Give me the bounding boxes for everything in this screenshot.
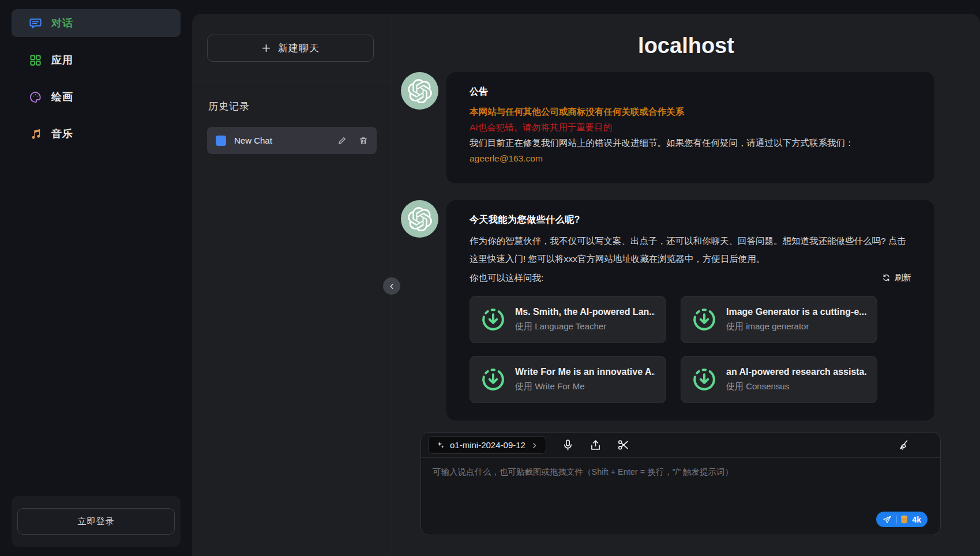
page-title: localhost — [392, 33, 980, 58]
sidebar-item-draw[interactable]: 绘画 — [12, 83, 181, 111]
music-note-icon — [29, 127, 42, 141]
message-greeting: 今天我能为您做些什么呢? 作为你的智慧伙伴，我不仅可以写文案、出点子，还可以和你… — [401, 200, 934, 420]
collapse-sidebar-button[interactable] — [383, 277, 400, 295]
paper-plane-icon — [883, 515, 892, 524]
suggestion-card[interactable]: Ms. Smith, the AI-powered Lan... 使用 Lang… — [470, 296, 666, 343]
suggestion-title: Ms. Smith, the AI-powered Lan... — [515, 307, 655, 317]
login-button[interactable]: 立即登录 — [17, 508, 175, 535]
send-divider — [896, 516, 897, 524]
suggestion-title: an AI-powered research assista... — [726, 367, 866, 377]
assistant-avatar — [401, 200, 438, 238]
history-title: 历史记录 — [208, 100, 376, 113]
delete-icon[interactable] — [359, 136, 368, 145]
suggestion-title: Image Generator is a cutting-e... — [726, 307, 866, 317]
sidebar-item-label: 绘画 — [51, 90, 73, 104]
broom-clear-icon[interactable] — [897, 439, 909, 451]
suggestion-subtitle: 使用 image generator — [726, 321, 866, 332]
chat-bubble-icon — [29, 17, 42, 30]
greeting-heading: 今天我能为您做些什么呢? — [470, 214, 911, 226]
message-announcement: 公告 本网站与任何其他公司或商标没有任何关联或合作关系 AI也会犯错。请勿将其用… — [401, 72, 934, 183]
suggestion-card[interactable]: Image Generator is a cutting-e... 使用 ima… — [681, 296, 877, 343]
microphone-icon[interactable] — [562, 439, 574, 451]
composer: o1-mini-2024-09-12 — [420, 432, 941, 535]
sidebar-item-music[interactable]: 音乐 — [12, 120, 181, 148]
sparkles-icon — [436, 441, 445, 449]
composer-toolbar: o1-mini-2024-09-12 — [421, 433, 940, 458]
ask-hint: 你也可以这样问我: — [470, 269, 543, 287]
content-panel: 新建聊天 历史记录 New Chat — [192, 14, 980, 556]
sidebar-item-label: 对话 — [51, 16, 73, 30]
history-item-new-chat[interactable]: New Chat — [207, 127, 377, 154]
chat-color-swatch — [216, 136, 226, 146]
announcement-line: AI也会犯错。请勿将其用于重要目的 — [470, 119, 911, 135]
edit-icon[interactable] — [337, 136, 347, 145]
refresh-label: 刷新 — [895, 272, 911, 283]
download-circle-icon — [480, 307, 506, 332]
new-chat-label: 新建聊天 — [278, 42, 320, 55]
refresh-suggestions-button[interactable]: 刷新 — [882, 272, 911, 283]
model-selector[interactable]: o1-mini-2024-09-12 — [428, 436, 546, 454]
announcement-line: 我们目前正在修复我们网站上的错误并改进细节。如果您有任何疑问，请通过以下方式联系… — [470, 135, 911, 151]
openai-logo-icon — [408, 207, 432, 231]
greeting-body: 作为你的智慧伙伴，我不仅可以写文案、出点子，还可以和你聊天、回答问题。想知道我还… — [470, 232, 911, 268]
chevron-right-icon — [531, 441, 538, 449]
main-chat-area: localhost 公告 本网站与任何其他公司或商标没有任何关联或合作关系 AI… — [392, 14, 980, 556]
greeting-bubble: 今天我能为您做些什么呢? 作为你的智慧伙伴，我不仅可以写文案、出点子，还可以和你… — [446, 200, 934, 420]
suggestion-title: Write For Me is an innovative A... — [515, 367, 655, 377]
openai-logo-icon — [408, 79, 432, 103]
suggestion-subtitle: 使用 Consensus — [726, 381, 866, 392]
suggestion-card[interactable]: Write For Me is an innovative A... 使用 Wr… — [470, 356, 666, 403]
assistant-avatar — [401, 72, 438, 110]
sidebar-item-label: 应用 — [51, 53, 73, 67]
history-item-title: New Chat — [234, 136, 329, 145]
grid-icon — [29, 54, 42, 67]
token-count-badge: 4k — [912, 515, 921, 524]
message-input[interactable] — [421, 458, 940, 535]
suggestion-card[interactable]: an AI-powered research assista... 使用 Con… — [681, 356, 877, 403]
coins-icon — [900, 515, 908, 524]
suggestion-subtitle: 使用 Write For Me — [515, 381, 655, 392]
chat-list-panel: 新建聊天 历史记录 New Chat — [192, 14, 392, 556]
upload-icon[interactable] — [589, 439, 602, 451]
scissors-icon[interactable] — [617, 439, 629, 451]
sidebar-spacer — [12, 157, 181, 496]
palette-icon — [29, 91, 42, 104]
model-name: o1-mini-2024-09-12 — [450, 440, 525, 450]
chevron-left-icon — [388, 282, 396, 291]
login-card: 立即登录 — [12, 496, 181, 547]
chat-list-divider — [192, 81, 392, 81]
sidebar-item-apps[interactable]: 应用 — [12, 46, 181, 74]
download-circle-icon — [692, 367, 717, 392]
contact-email-link[interactable]: ageerle@163.com — [470, 151, 911, 166]
new-chat-button[interactable]: 新建聊天 — [207, 35, 374, 62]
hint-row: 你也可以这样问我: 刷新 — [470, 269, 911, 287]
announcement-line: 本网站与任何其他公司或商标没有任何关联或合作关系 — [470, 104, 911, 119]
sidebar-item-chat[interactable]: 对话 — [12, 9, 181, 37]
suggestion-subtitle: 使用 Language Teacher — [515, 321, 655, 332]
download-circle-icon — [480, 367, 506, 392]
plus-icon — [261, 43, 271, 53]
refresh-icon — [882, 273, 891, 282]
sidebar-item-label: 音乐 — [51, 127, 73, 141]
send-button[interactable]: 4k — [876, 512, 928, 527]
suggestion-cards: Ms. Smith, the AI-powered Lan... 使用 Lang… — [470, 296, 911, 403]
announcement-heading: 公告 — [470, 86, 911, 98]
app-root: 对话 应用 绘画 — [0, 0, 980, 556]
announcement-bubble: 公告 本网站与任何其他公司或商标没有任何关联或合作关系 AI也会犯错。请勿将其用… — [446, 72, 934, 183]
sidebar: 对话 应用 绘画 — [0, 0, 192, 556]
download-circle-icon — [692, 307, 717, 332]
